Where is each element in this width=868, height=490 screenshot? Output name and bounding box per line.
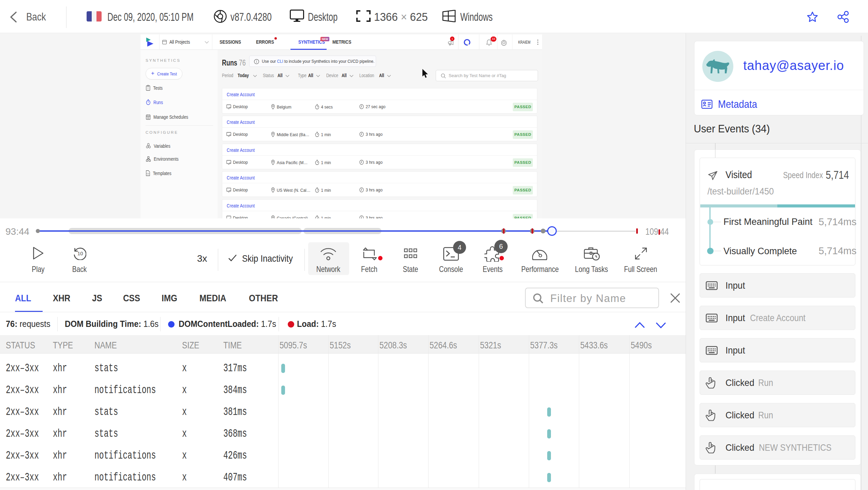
svg-text:10: 10 [77, 250, 83, 256]
